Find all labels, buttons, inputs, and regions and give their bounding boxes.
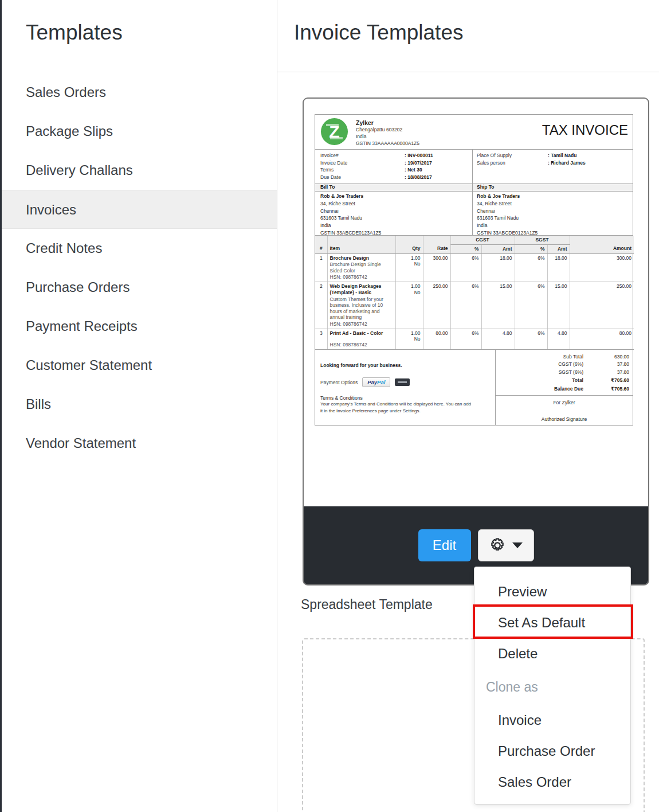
sgst-group-header: SGST bbox=[515, 236, 570, 244]
sidebar-item-bills[interactable]: Bills bbox=[2, 385, 277, 424]
sidebar-item-invoices[interactable]: Invoices bbox=[2, 190, 277, 229]
total-label: Sub Total bbox=[496, 354, 583, 360]
meta-label: Invoice Date bbox=[320, 160, 405, 167]
menu-group-clone-as: Clone as bbox=[474, 669, 630, 705]
bill-to-heading: Bill To bbox=[315, 184, 472, 191]
sidebar-item-vendor-statement[interactable]: Vendor Statement bbox=[2, 424, 277, 463]
sidebar-title: Templates bbox=[26, 21, 123, 45]
meta-value: : 18/08/2017 bbox=[405, 174, 432, 182]
menu-item-clone-purchase-order[interactable]: Purchase Order bbox=[474, 736, 630, 767]
menu-item-delete[interactable]: Delete bbox=[474, 638, 630, 669]
company-address2: India bbox=[356, 133, 419, 140]
invoice-meta-left: Invoice#: INV-000011 Invoice Date: 19/07… bbox=[315, 150, 472, 184]
col-cgst-pct: % bbox=[450, 244, 481, 253]
billto-shipto-body: Rob & Joe Traders 34, Riche Street Chenn… bbox=[315, 192, 633, 236]
total-value: ₹705.60 bbox=[583, 386, 633, 392]
settings-dropdown-button[interactable] bbox=[478, 529, 534, 561]
sidebar-item-package-slips[interactable]: Package Slips bbox=[2, 112, 277, 151]
col-cgst-amt: Amt bbox=[481, 244, 515, 253]
invoice-bottom: Looking forward for your business. Payme… bbox=[315, 350, 633, 425]
total-value: ₹705.60 bbox=[583, 377, 633, 383]
menu-item-clone-sales-order[interactable]: Sales Order bbox=[474, 767, 630, 798]
col-sgst-pct: % bbox=[515, 244, 547, 253]
company-block: Zylker Chengalpattu 603202 India GSTIN 3… bbox=[356, 119, 419, 147]
card-payment-icon bbox=[395, 378, 410, 386]
col-amount: Amount bbox=[570, 244, 634, 253]
meta-value: : Richard James bbox=[548, 160, 586, 167]
meta-value: : Net 30 bbox=[405, 167, 422, 174]
sidebar-item-purchase-orders[interactable]: Purchase Orders bbox=[2, 268, 277, 307]
total-label: Balance Due bbox=[496, 386, 583, 392]
sidebar-item-sales-orders[interactable]: Sales Orders bbox=[2, 73, 277, 112]
menu-item-set-as-default[interactable]: Set As Default bbox=[474, 607, 630, 638]
edit-button[interactable]: Edit bbox=[418, 529, 471, 561]
total-label: SGST (6%) bbox=[496, 369, 583, 375]
col-num: # bbox=[315, 244, 327, 253]
total-label: Total bbox=[496, 377, 583, 383]
invoice-notes: Looking forward for your business. Payme… bbox=[315, 350, 496, 425]
item-row: 3 Print Ad - Basic - Color HSN: 09878674… bbox=[315, 329, 634, 349]
chevron-down-icon bbox=[512, 542, 523, 548]
sidebar-item-delivery-challans[interactable]: Delivery Challans bbox=[2, 151, 277, 190]
invoice-meta-right: Place Of Supply: Tamil Nadu Sales person… bbox=[472, 150, 633, 184]
sidebar-item-payment-receipts[interactable]: Payment Receipts bbox=[2, 307, 277, 346]
payment-options-label: Payment Options bbox=[320, 380, 358, 385]
menu-item-preview[interactable]: Preview bbox=[474, 576, 630, 607]
invoice-header: Z Zylker Chengalpattu 603202 India GSTIN… bbox=[315, 115, 633, 150]
item-row: 2 Web Design Packages (Template) - Basic… bbox=[315, 282, 634, 329]
invoice-preview-sheet: Z Zylker Chengalpattu 603202 India GSTIN… bbox=[315, 114, 633, 425]
spreadsheet-template-label: Spreadsheet Template bbox=[301, 597, 433, 612]
company-gstin: GSTIN 33AAAAAA0000A1Z5 bbox=[356, 140, 419, 147]
page-title: Invoice Templates bbox=[294, 21, 463, 45]
col-item: Item bbox=[327, 244, 395, 253]
meta-value: : 19/07/2017 bbox=[405, 160, 432, 167]
company-name: Zylker bbox=[356, 119, 419, 126]
invoice-template-card[interactable]: Z Zylker Chengalpattu 603202 India GSTIN… bbox=[303, 97, 649, 585]
company-logo: Z bbox=[321, 118, 348, 145]
ship-to-heading: Ship To bbox=[472, 184, 633, 191]
total-value: 37.80 bbox=[583, 369, 633, 375]
terms-line: it in the Invoice Preferences page under… bbox=[320, 408, 491, 415]
invoice-doc-title: TAX INVOICE bbox=[542, 122, 628, 138]
menu-item-clone-invoice[interactable]: Invoice bbox=[474, 705, 630, 736]
gear-icon bbox=[489, 537, 506, 554]
meta-label: Place Of Supply bbox=[477, 153, 548, 160]
meta-value: : INV-000011 bbox=[405, 153, 433, 160]
invoice-totals-panel: Sub Total630.00 CGST (6%)37.80 SGST (6%)… bbox=[496, 350, 633, 425]
signature-box: For Zylker Authorized Signature bbox=[496, 395, 633, 425]
total-value: 630.00 bbox=[583, 354, 633, 360]
settings-dropdown-menu: Preview Set As Default Delete Clone as I… bbox=[474, 567, 631, 805]
ship-to-address: Rob & Joe Traders 34, Riche Street Chenn… bbox=[472, 192, 633, 235]
meta-label: Sales person bbox=[477, 160, 548, 167]
company-address1: Chengalpattu 603202 bbox=[356, 126, 419, 133]
authorized-signature-label: Authorized Signature bbox=[496, 416, 633, 422]
meta-label: Invoice# bbox=[320, 153, 405, 160]
main-panel: Invoice Templates Z Zylker Chengalpattu … bbox=[277, 0, 659, 812]
col-qty: Qty bbox=[395, 244, 423, 253]
terms-line: Your company's Terms and Conditions will… bbox=[320, 401, 491, 408]
meta-label: Due Date bbox=[320, 174, 405, 182]
templates-sidebar: Templates Sales Orders Package Slips Del… bbox=[2, 0, 277, 812]
sidebar-list: Sales Orders Package Slips Delivery Chal… bbox=[2, 73, 277, 463]
for-company-label: For Zylker bbox=[496, 400, 633, 405]
total-value: 37.80 bbox=[583, 361, 633, 367]
sidebar-item-customer-statement[interactable]: Customer Statement bbox=[2, 346, 277, 385]
terms-title: Terms & Conditions bbox=[320, 395, 491, 401]
header-divider bbox=[277, 72, 659, 72]
col-sgst-amt: Amt bbox=[547, 244, 570, 253]
total-label: CGST (6%) bbox=[496, 361, 583, 367]
cgst-group-header: CGST bbox=[450, 236, 515, 244]
thanks-note: Looking forward for your business. bbox=[320, 362, 491, 368]
meta-label: Terms bbox=[320, 167, 405, 174]
meta-value: : Tamil Nadu bbox=[548, 153, 576, 160]
invoice-meta: Invoice#: INV-000011 Invoice Date: 19/07… bbox=[315, 150, 633, 184]
bill-to-address: Rob & Joe Traders 34, Riche Street Chenn… bbox=[315, 192, 472, 235]
billto-shipto-header: Bill To Ship To bbox=[315, 184, 633, 192]
sidebar-item-credit-notes[interactable]: Credit Notes bbox=[2, 229, 277, 268]
invoice-items-table: CGST SGST # Item Qty Rate % Amt % Amt Am… bbox=[315, 236, 634, 350]
paypal-logo: PayPal bbox=[362, 377, 390, 387]
col-rate: Rate bbox=[423, 244, 450, 253]
item-row: 1 Brochure Design Brochure Design Single… bbox=[315, 253, 634, 282]
